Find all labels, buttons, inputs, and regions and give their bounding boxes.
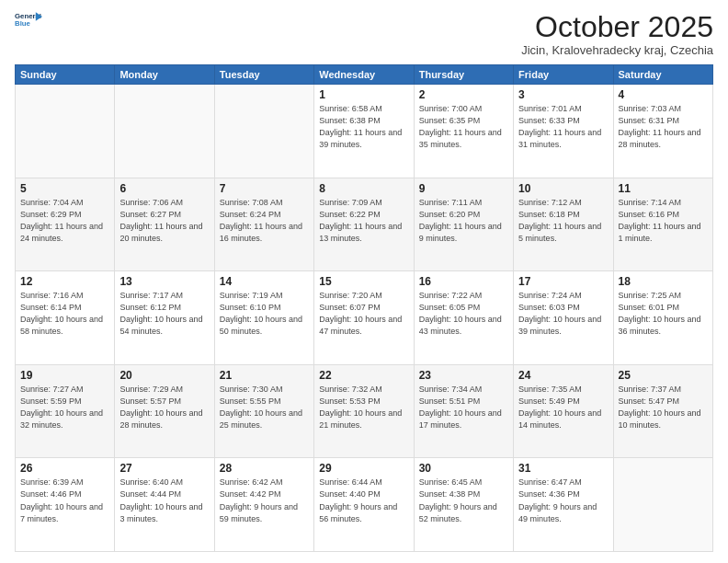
day-info: Sunrise: 6:42 AM Sunset: 4:42 PM Dayligh…	[220, 477, 309, 524]
table-row: 2Sunrise: 7:00 AM Sunset: 6:35 PM Daylig…	[414, 85, 513, 178]
day-number: 20	[119, 369, 209, 382]
day-info: Sunrise: 6:39 AM Sunset: 4:46 PM Dayligh…	[20, 477, 109, 524]
col-friday: Friday	[514, 65, 613, 85]
day-number: 4	[619, 88, 708, 101]
table-row: 17Sunrise: 7:24 AM Sunset: 6:03 PM Dayli…	[514, 271, 613, 365]
table-row: 3Sunrise: 7:01 AM Sunset: 6:33 PM Daylig…	[514, 85, 613, 178]
day-number: 16	[419, 275, 508, 288]
col-tuesday: Tuesday	[214, 65, 313, 85]
table-row: 22Sunrise: 7:32 AM Sunset: 5:53 PM Dayli…	[314, 364, 414, 458]
day-info: Sunrise: 7:22 AM Sunset: 6:05 PM Dayligh…	[419, 290, 508, 338]
table-row: 12Sunrise: 7:16 AM Sunset: 6:14 PM Dayli…	[16, 271, 115, 365]
day-info: Sunrise: 7:09 AM Sunset: 6:22 PM Dayligh…	[319, 197, 408, 245]
table-row: 31Sunrise: 6:47 AM Sunset: 4:36 PM Dayli…	[514, 458, 613, 552]
table-row: 23Sunrise: 7:34 AM Sunset: 5:51 PM Dayli…	[414, 364, 513, 458]
table-row	[613, 458, 712, 552]
day-number: 10	[518, 182, 608, 195]
day-number: 6	[119, 182, 209, 195]
col-saturday: Saturday	[613, 65, 712, 85]
day-info: Sunrise: 7:16 AM Sunset: 6:14 PM Dayligh…	[20, 290, 109, 338]
day-info: Sunrise: 7:12 AM Sunset: 6:18 PM Dayligh…	[518, 197, 608, 245]
table-row: 21Sunrise: 7:30 AM Sunset: 5:55 PM Dayli…	[214, 364, 313, 458]
day-number: 25	[619, 369, 708, 382]
day-info: Sunrise: 6:45 AM Sunset: 4:38 PM Dayligh…	[419, 477, 508, 524]
day-number: 5	[20, 182, 109, 195]
day-number: 14	[220, 275, 309, 288]
day-info: Sunrise: 7:30 AM Sunset: 5:55 PM Dayligh…	[220, 384, 309, 431]
day-info: Sunrise: 7:14 AM Sunset: 6:16 PM Dayligh…	[619, 197, 708, 245]
day-number: 19	[20, 369, 109, 382]
table-row: 16Sunrise: 7:22 AM Sunset: 6:05 PM Dayli…	[414, 271, 513, 365]
logo-icon: General Blue	[15, 11, 42, 28]
day-number: 1	[319, 88, 408, 101]
table-row	[16, 85, 115, 178]
table-row: 18Sunrise: 7:25 AM Sunset: 6:01 PM Dayli…	[613, 271, 712, 365]
table-row: 5Sunrise: 7:04 AM Sunset: 6:29 PM Daylig…	[16, 178, 115, 271]
table-row: 1Sunrise: 6:58 AM Sunset: 6:38 PM Daylig…	[314, 85, 414, 178]
header: General Blue October 2025 Jicin, Kralove…	[15, 11, 713, 57]
table-row: 7Sunrise: 7:08 AM Sunset: 6:24 PM Daylig…	[214, 178, 313, 271]
table-row: 25Sunrise: 7:37 AM Sunset: 5:47 PM Dayli…	[613, 364, 712, 458]
day-number: 9	[419, 182, 508, 195]
day-info: Sunrise: 7:34 AM Sunset: 5:51 PM Dayligh…	[419, 384, 508, 431]
table-row: 9Sunrise: 7:11 AM Sunset: 6:20 PM Daylig…	[414, 178, 513, 271]
table-row: 26Sunrise: 6:39 AM Sunset: 4:46 PM Dayli…	[16, 458, 115, 552]
page: General Blue October 2025 Jicin, Kralove…	[0, 0, 728, 563]
calendar-header-row: Sunday Monday Tuesday Wednesday Thursday…	[16, 65, 713, 85]
day-info: Sunrise: 6:44 AM Sunset: 4:40 PM Dayligh…	[319, 477, 408, 524]
month-title: October 2025	[521, 11, 713, 43]
day-info: Sunrise: 7:17 AM Sunset: 6:12 PM Dayligh…	[119, 290, 209, 338]
day-info: Sunrise: 7:11 AM Sunset: 6:20 PM Dayligh…	[419, 197, 508, 245]
day-number: 2	[419, 88, 508, 101]
day-number: 28	[220, 462, 309, 475]
day-info: Sunrise: 6:58 AM Sunset: 6:38 PM Dayligh…	[319, 103, 408, 151]
day-number: 15	[319, 275, 408, 288]
day-number: 22	[319, 369, 408, 382]
location: Jicin, Kralovehradecky kraj, Czechia	[521, 43, 713, 57]
day-info: Sunrise: 7:20 AM Sunset: 6:07 PM Dayligh…	[319, 290, 408, 338]
day-info: Sunrise: 6:47 AM Sunset: 4:36 PM Dayligh…	[518, 477, 608, 524]
table-row: 24Sunrise: 7:35 AM Sunset: 5:49 PM Dayli…	[514, 364, 613, 458]
day-number: 21	[220, 369, 309, 382]
col-sunday: Sunday	[16, 65, 115, 85]
table-row: 14Sunrise: 7:19 AM Sunset: 6:10 PM Dayli…	[214, 271, 313, 365]
col-thursday: Thursday	[414, 65, 513, 85]
table-row: 29Sunrise: 6:44 AM Sunset: 4:40 PM Dayli…	[314, 458, 414, 552]
day-number: 18	[619, 275, 708, 288]
table-row: 20Sunrise: 7:29 AM Sunset: 5:57 PM Dayli…	[115, 364, 214, 458]
day-info: Sunrise: 7:00 AM Sunset: 6:35 PM Dayligh…	[419, 103, 508, 151]
title-block: October 2025 Jicin, Kralovehradecky kraj…	[521, 11, 713, 57]
day-info: Sunrise: 7:27 AM Sunset: 5:59 PM Dayligh…	[20, 384, 109, 431]
table-row: 8Sunrise: 7:09 AM Sunset: 6:22 PM Daylig…	[314, 178, 414, 271]
day-info: Sunrise: 6:40 AM Sunset: 4:44 PM Dayligh…	[119, 477, 209, 524]
day-info: Sunrise: 7:06 AM Sunset: 6:27 PM Dayligh…	[119, 197, 209, 245]
day-number: 23	[419, 369, 508, 382]
table-row	[214, 85, 313, 178]
day-info: Sunrise: 7:19 AM Sunset: 6:10 PM Dayligh…	[220, 290, 309, 338]
calendar-table: Sunday Monday Tuesday Wednesday Thursday…	[15, 64, 713, 552]
table-row: 30Sunrise: 6:45 AM Sunset: 4:38 PM Dayli…	[414, 458, 513, 552]
col-monday: Monday	[115, 65, 214, 85]
day-number: 13	[119, 275, 209, 288]
day-number: 12	[20, 275, 109, 288]
day-info: Sunrise: 7:32 AM Sunset: 5:53 PM Dayligh…	[319, 384, 408, 431]
table-row: 4Sunrise: 7:03 AM Sunset: 6:31 PM Daylig…	[613, 85, 712, 178]
col-wednesday: Wednesday	[314, 65, 414, 85]
day-info: Sunrise: 7:24 AM Sunset: 6:03 PM Dayligh…	[518, 290, 608, 338]
day-info: Sunrise: 7:29 AM Sunset: 5:57 PM Dayligh…	[119, 384, 209, 431]
day-number: 17	[518, 275, 608, 288]
day-number: 24	[518, 369, 608, 382]
table-row: 28Sunrise: 6:42 AM Sunset: 4:42 PM Dayli…	[214, 458, 313, 552]
day-info: Sunrise: 7:35 AM Sunset: 5:49 PM Dayligh…	[518, 384, 608, 431]
table-row: 13Sunrise: 7:17 AM Sunset: 6:12 PM Dayli…	[115, 271, 214, 365]
day-info: Sunrise: 7:08 AM Sunset: 6:24 PM Dayligh…	[220, 197, 309, 245]
table-row: 10Sunrise: 7:12 AM Sunset: 6:18 PM Dayli…	[514, 178, 613, 271]
day-number: 7	[220, 182, 309, 195]
table-row: 6Sunrise: 7:06 AM Sunset: 6:27 PM Daylig…	[115, 178, 214, 271]
table-row: 11Sunrise: 7:14 AM Sunset: 6:16 PM Dayli…	[613, 178, 712, 271]
table-row: 27Sunrise: 6:40 AM Sunset: 4:44 PM Dayli…	[115, 458, 214, 552]
day-number: 26	[20, 462, 109, 475]
day-info: Sunrise: 7:25 AM Sunset: 6:01 PM Dayligh…	[619, 290, 708, 338]
day-info: Sunrise: 7:01 AM Sunset: 6:33 PM Dayligh…	[518, 103, 608, 151]
table-row: 15Sunrise: 7:20 AM Sunset: 6:07 PM Dayli…	[314, 271, 414, 365]
